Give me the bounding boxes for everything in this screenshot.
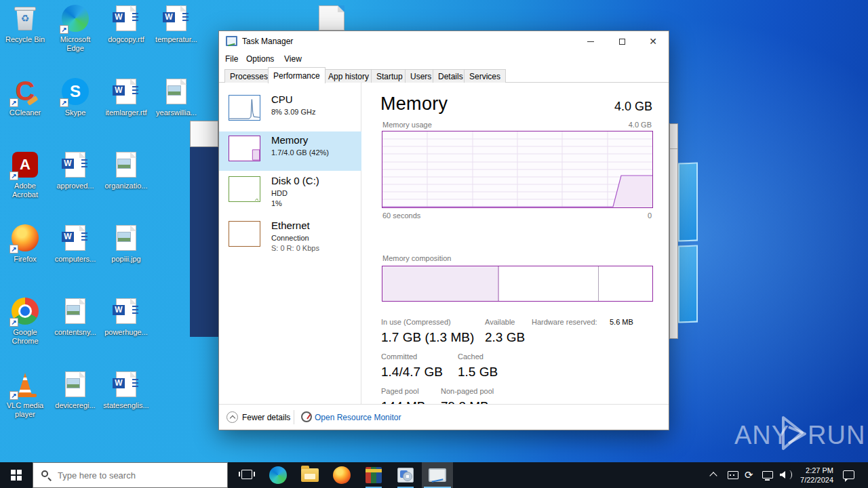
taskbar-app-winrar[interactable] <box>358 462 389 488</box>
desktop-icon-computers[interactable]: W computers... <box>51 224 100 264</box>
paged-pool-label: Paged pool <box>381 387 419 395</box>
fewer-details-button[interactable]: Fewer details <box>242 413 290 422</box>
edge-icon <box>269 466 287 484</box>
desktop-icon-label: statesenglis... <box>102 401 151 410</box>
memory-composition-bar[interactable] <box>382 266 653 302</box>
shortcut-arrow-icon: ↗ <box>9 98 18 107</box>
tab-details[interactable]: Details <box>433 69 469 83</box>
sidebar-item-memory[interactable]: Memory 1.7/4.0 GB (42%) <box>219 131 361 171</box>
taskbar-app-installer[interactable] <box>390 462 421 488</box>
maximize-button[interactable] <box>606 31 637 52</box>
desktop-icon-popiii[interactable]: popiii.jpg <box>102 224 151 264</box>
desktop-icon-yearswillia[interactable]: yearswillia... <box>152 77 201 117</box>
open-resource-monitor-link[interactable]: Open Resource Monitor <box>315 413 401 422</box>
desktop-icon-edge[interactable]: ↗ Microsoft Edge <box>51 4 100 53</box>
memory-usage-graph[interactable] <box>382 131 653 208</box>
sync-icon[interactable]: ⟳ <box>745 469 753 481</box>
in-use-label: In use (Compressed) <box>381 318 451 326</box>
desktop-icon-label: contentsny... <box>51 328 100 337</box>
tab-services[interactable]: Services <box>464 69 506 83</box>
desktop-icon-label: VLC media player <box>1 401 50 419</box>
word-file-icon: W <box>61 150 90 179</box>
desktop-icon-deviceregi[interactable]: deviceregi... <box>51 370 100 410</box>
memory-pane: Memory 4.0 GB Memory usage 4.0 GB 6 <box>362 83 669 404</box>
desktop-icon-label: itemlarger.rtf <box>102 108 151 117</box>
taskbar-app-firefox[interactable] <box>326 462 357 488</box>
ccleaner-icon: C ↗ <box>11 77 39 106</box>
tab-performance[interactable]: Performance <box>268 67 326 83</box>
desktop-icon-dogcopy[interactable]: W dogcopy.rtf <box>102 4 151 44</box>
desktop-icon-label: Firefox <box>1 255 50 264</box>
shortcut-arrow-icon: ↗ <box>9 318 18 327</box>
taskbar-search[interactable] <box>33 462 228 488</box>
footer-divider <box>294 410 294 424</box>
firefox-icon: ↗ <box>11 224 39 252</box>
word-file-icon: W <box>112 297 140 325</box>
desktop-icon-statesenglis[interactable]: W statesenglis... <box>102 370 151 410</box>
background-window-fragment[interactable] <box>190 121 218 147</box>
touch-keyboard-icon[interactable] <box>728 471 738 479</box>
tab-startup[interactable]: Startup <box>371 69 408 83</box>
winrar-icon <box>366 467 382 483</box>
shortcut-arrow-icon: ↗ <box>60 98 68 107</box>
composition-divider <box>598 266 599 301</box>
minimize-button[interactable] <box>575 31 606 52</box>
taskbar-app-file-explorer[interactable] <box>294 462 326 488</box>
network-icon[interactable] <box>762 471 773 479</box>
tab-processes[interactable]: Processes <box>224 69 273 83</box>
desktop-icon-recycle-bin[interactable]: ♻ Recycle Bin <box>1 4 50 44</box>
desktop-icon-label: yearswillia... <box>152 108 201 117</box>
sidebar-item-cpu[interactable]: CPU 8% 3.09 GHz <box>219 91 361 130</box>
menu-view[interactable]: View <box>284 54 302 64</box>
desktop-icon-chrome[interactable]: ↗ Google Chrome <box>1 297 50 346</box>
desktop-icon-ccleaner[interactable]: C ↗ CCleaner <box>1 77 50 117</box>
file-explorer-icon <box>301 468 319 482</box>
image-file-icon <box>162 77 191 106</box>
search-input[interactable] <box>58 463 220 487</box>
document-page-icon[interactable] <box>319 5 344 30</box>
taskbar-app-edge[interactable] <box>262 462 294 488</box>
close-icon: ✕ <box>649 37 657 46</box>
desktop-icon-approved[interactable]: W approved... <box>51 150 100 190</box>
desktop-icon-powerhuge[interactable]: W powerhuge... <box>102 297 151 337</box>
tab-app-history[interactable]: App history <box>323 69 374 83</box>
windows-logo-icon <box>11 470 22 481</box>
start-button[interactable] <box>0 462 33 488</box>
taskbar-clock[interactable]: 2:27 PM 7/22/2024 <box>795 466 833 485</box>
desktop-icon-acrobat[interactable]: A ↗ Adobe Acrobat <box>1 150 50 199</box>
timeline-right: 0 <box>648 211 652 220</box>
desktop-icon-itemlarger[interactable]: W itemlarger.rtf <box>102 77 151 117</box>
background-window-edge[interactable] <box>669 123 678 339</box>
desktop-icon-contentsny[interactable]: contentsny... <box>51 297 100 337</box>
sidebar-item-ethernet[interactable]: Ethernet Connection S: 0 R: 0 Kbps <box>219 217 361 262</box>
taskbar-app-task-manager[interactable] <box>422 462 453 488</box>
desktop-icon-organizatio[interactable]: organizatio... <box>102 150 151 190</box>
menu-options[interactable]: Options <box>246 54 274 64</box>
desktop-icon-firefox[interactable]: ↗ Firefox <box>1 224 50 264</box>
shortcut-arrow-icon: ↗ <box>9 391 18 400</box>
background-window-fragment[interactable] <box>190 147 218 337</box>
task-view-button[interactable] <box>233 462 260 488</box>
title-bar[interactable]: Task Manager ✕ <box>219 31 669 52</box>
speaker-icon[interactable] <box>780 471 785 479</box>
sidebar-item-disk[interactable]: Disk 0 (C:) HDD 1% <box>219 172 361 217</box>
task-manager-footer: Fewer details Open Resource Monitor <box>219 404 669 430</box>
tray-show-hidden-icons[interactable] <box>709 472 717 479</box>
desktop-icon-label: Adobe Acrobat <box>1 182 50 199</box>
desktop-icon-temperatur[interactable]: W temperatur... <box>152 4 201 44</box>
usage-scale-max: 4.0 GB <box>629 121 652 129</box>
window-title: Task Manager <box>242 37 293 46</box>
available-value: 2.3 GB <box>485 330 525 345</box>
shortcut-arrow-icon: ↗ <box>9 245 18 253</box>
close-button[interactable]: ✕ <box>637 31 669 52</box>
menu-file[interactable]: File <box>225 54 238 64</box>
desktop-icon-skype[interactable]: S ↗ Skype <box>51 77 100 117</box>
desktop-icon-label: Microsoft Edge <box>51 35 100 53</box>
fewer-details-icon[interactable] <box>226 411 238 423</box>
action-center-icon[interactable] <box>843 470 854 479</box>
clock-time: 2:27 PM <box>795 466 833 475</box>
desktop-icon-vlc[interactable]: ↗ VLC media player <box>1 370 50 419</box>
desktop: ♻ Recycle Bin ↗ Microsoft Edge W dogcopy… <box>0 0 868 488</box>
timeline-left: 60 seconds <box>382 211 420 220</box>
maximize-icon <box>619 39 625 45</box>
